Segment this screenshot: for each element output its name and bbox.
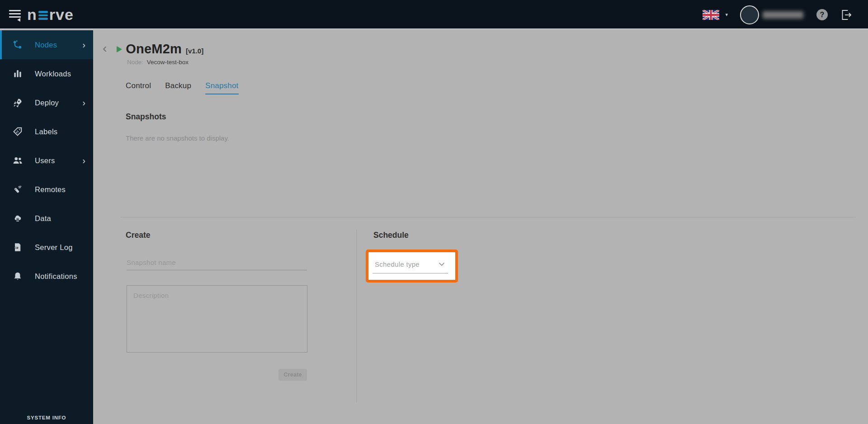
back-button[interactable]: ‹ — [103, 42, 107, 55]
deploy-rocket-icon — [12, 97, 23, 108]
sidebar-item-deploy[interactable]: Deploy › — [0, 88, 93, 117]
workloads-icon — [12, 68, 23, 79]
chevron-right-icon: › — [82, 40, 85, 49]
chevron-right-icon: › — [82, 98, 85, 107]
schedule-type-select[interactable]: Schedule type — [368, 252, 455, 280]
vertical-divider — [356, 230, 357, 402]
chevron-right-icon: › — [82, 156, 85, 165]
user-avatar[interactable] — [740, 5, 759, 24]
snapshot-name-input[interactable] — [127, 255, 307, 270]
sidebar-item-users[interactable]: Users › — [0, 146, 93, 175]
remotes-icon — [12, 184, 23, 195]
help-button[interactable]: ? — [816, 9, 828, 20]
sidebar-nav: Nodes › Workloads D — [0, 30, 93, 424]
tab-bar: Control Backup Snapshot — [126, 81, 239, 94]
logo-text-prefix: n — [27, 7, 37, 22]
server-log-file-icon — [12, 242, 23, 253]
users-icon — [12, 155, 23, 166]
sidebar-item-remotes[interactable]: Remotes — [0, 175, 93, 204]
snapshots-empty-message: There are no snapshots to display. — [126, 134, 229, 142]
sidebar-item-workloads[interactable]: Workloads — [0, 59, 93, 88]
user-name-redacted — [763, 11, 803, 19]
menu-collapse-icon[interactable] — [9, 9, 23, 21]
question-icon: ? — [820, 11, 825, 19]
tab-control[interactable]: Control — [126, 81, 151, 94]
chevron-down-icon — [439, 262, 445, 266]
workload-header: ‹ OneM2m [v1.0] Node: Vecow-test-box — [103, 42, 203, 66]
logo-text-suffix: rve — [49, 7, 74, 22]
create-heading: Create — [126, 231, 150, 240]
version-badge: [v1.0] — [186, 47, 203, 55]
sidebar-item-notifications[interactable]: Notifications — [0, 262, 93, 291]
horizontal-divider — [120, 217, 856, 217]
nodes-icon — [12, 39, 23, 50]
language-caret-down-icon[interactable]: ▾ — [725, 12, 728, 18]
sidebar-item-server-log[interactable]: Server Log — [0, 233, 93, 262]
status-play-icon — [117, 46, 122, 52]
tab-backup[interactable]: Backup — [165, 81, 191, 94]
data-cloud-icon — [12, 213, 23, 224]
notifications-bell-icon — [12, 271, 23, 282]
topbar-right-group: ▾ ? — [703, 0, 854, 29]
schedule-heading: Schedule — [373, 231, 409, 240]
sidebar-item-data[interactable]: Data — [0, 204, 93, 233]
node-name: Vecow-test-box — [147, 59, 189, 66]
labels-tag-icon — [12, 126, 23, 137]
select-underline — [373, 273, 448, 273]
schedule-type-placeholder: Schedule type — [375, 260, 420, 268]
page-title: OneM2m — [126, 42, 182, 57]
node-line: Node: Vecow-test-box — [127, 59, 203, 66]
language-flag-uk-icon[interactable] — [703, 10, 719, 20]
sidebar-item-nodes[interactable]: Nodes › — [0, 30, 93, 59]
nerve-logo: n rve — [27, 5, 74, 24]
top-bar: n rve ▾ ? — [0, 0, 868, 29]
app-window: n rve ▾ ? — [0, 0, 868, 424]
system-info-link[interactable]: SYSTEM INFO — [0, 415, 93, 420]
description-textarea[interactable] — [127, 285, 307, 353]
highlight-annotation-box: Schedule type — [366, 250, 458, 283]
create-button[interactable]: Create — [278, 369, 307, 381]
snapshots-heading: Snapshots — [126, 112, 166, 122]
logout-icon — [839, 8, 853, 22]
node-label: Node: — [127, 59, 143, 66]
logo-e-bars-icon — [38, 11, 48, 20]
sidebar-item-labels[interactable]: Labels — [0, 117, 93, 146]
tab-snapshot[interactable]: Snapshot — [205, 81, 238, 94]
logout-button[interactable] — [839, 7, 854, 23]
